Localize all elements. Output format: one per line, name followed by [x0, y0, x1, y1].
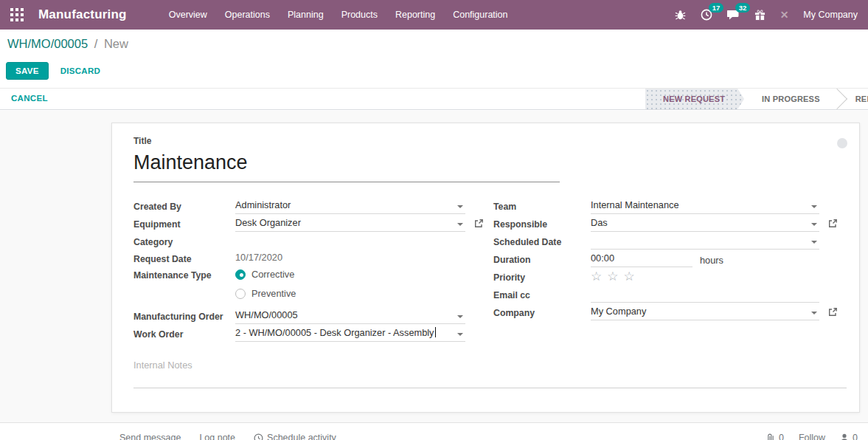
duration-field[interactable]: 00:00 — [591, 252, 692, 267]
created-by-field[interactable]: Administrator — [235, 199, 465, 214]
company-switcher[interactable]: My Company — [803, 10, 858, 20]
star-icon[interactable] — [591, 270, 602, 283]
request-date-field: 10/17/2020 — [235, 252, 465, 267]
maintenance-type-preventive-option[interactable]: Preventive — [235, 288, 296, 299]
category-field — [235, 235, 465, 250]
radio-unchecked-icon[interactable] — [235, 289, 246, 299]
form-view: Title Maintenance Created By Administrat… — [0, 111, 868, 440]
chatter: Send message Log note Schedule activity … — [0, 422, 868, 440]
schedule-activity-button[interactable]: Schedule activity — [254, 433, 336, 440]
send-message-button[interactable]: Send message — [119, 433, 181, 440]
chevron-down-icon[interactable] — [457, 223, 463, 226]
manufacturing-order-label: Manufacturing Order — [133, 312, 223, 322]
save-button[interactable]: SAVE — [6, 62, 49, 80]
company-external-link-icon[interactable] — [827, 307, 839, 318]
form-action-buttons: SAVE DISCARD — [6, 62, 109, 80]
app-title[interactable]: Manufacturing — [38, 7, 127, 22]
activity-state-dot — [837, 138, 847, 148]
equipment-label: Equipment — [133, 219, 181, 230]
step-repaired[interactable]: REPAIRED — [838, 89, 868, 109]
main-menu: Overview Operations Planning Products Re… — [162, 6, 515, 24]
activities-clock-icon[interactable]: 17 — [701, 9, 712, 21]
menu-configuration[interactable]: Configuration — [446, 6, 514, 24]
maintenance-type-corrective-option[interactable]: Corrective — [235, 269, 294, 280]
duration-unit-label: hours — [700, 255, 723, 266]
followers-button[interactable]: 0 — [840, 433, 858, 440]
chatter-meta: 0 Follow 0 — [766, 433, 858, 440]
title-label: Title — [133, 136, 151, 146]
status-steps: NEW REQUEST IN PROGRESS REPAIRED SCRAP — [645, 89, 868, 109]
email-cc-label: Email cc — [493, 290, 530, 300]
close-icon[interactable]: ✕ — [780, 9, 789, 21]
paperclip-icon — [766, 433, 775, 440]
responsible-external-link-icon[interactable] — [827, 219, 839, 230]
step-new-request[interactable]: NEW REQUEST — [645, 89, 744, 109]
internal-notes-underline — [133, 388, 847, 388]
chevron-down-icon[interactable] — [811, 241, 817, 244]
chevron-down-icon[interactable] — [811, 312, 817, 314]
priority-stars — [591, 270, 635, 283]
activities-count-badge: 17 — [709, 3, 724, 13]
manufacturing-order-field[interactable]: WH/MO/00005 — [235, 309, 465, 324]
equipment-field[interactable]: Desk Organizer — [235, 217, 465, 232]
chevron-down-icon[interactable] — [457, 315, 463, 318]
messages-chat-icon[interactable]: 32 — [727, 9, 740, 21]
scheduled-date-label: Scheduled Date — [493, 237, 561, 247]
priority-label: Priority — [493, 272, 525, 283]
log-note-button[interactable]: Log note — [199, 433, 235, 440]
company-label: Company — [493, 308, 535, 318]
work-order-label: Work Order — [133, 329, 183, 340]
radio-checked-icon[interactable] — [235, 269, 246, 280]
work-order-field[interactable]: 2 - WH/MO/00005 - Desk Organizer - Assem… — [235, 327, 465, 342]
person-icon — [840, 433, 849, 440]
cancel-button[interactable]: CANCEL — [11, 94, 48, 103]
scheduled-date-field[interactable] — [591, 235, 819, 250]
navbar-systray: 17 32 ✕ My Company — [675, 9, 858, 21]
menu-planning[interactable]: Planning — [281, 6, 330, 24]
statusbar: CANCEL NEW REQUEST IN PROGRESS REPAIRED … — [0, 88, 868, 110]
created-by-label: Created By — [133, 202, 181, 212]
title-input[interactable]: Maintenance — [133, 151, 560, 182]
category-label: Category — [133, 237, 173, 247]
chevron-down-icon[interactable] — [457, 205, 463, 208]
gift-icon[interactable] — [754, 10, 765, 21]
breadcrumb-separator: / — [94, 37, 98, 50]
team-label: Team — [493, 202, 516, 212]
chevron-down-icon[interactable] — [811, 223, 817, 226]
internal-notes-field[interactable]: Internal Notes — [133, 360, 192, 371]
attachments-button[interactable]: 0 — [766, 433, 784, 440]
breadcrumb-parent-link[interactable]: WH/MO/00005 — [7, 37, 88, 50]
step-in-progress[interactable]: IN PROGRESS — [744, 89, 838, 109]
responsible-field[interactable]: Das — [591, 217, 819, 232]
maintenance-type-label: Maintenance Type — [133, 270, 212, 281]
menu-overview[interactable]: Overview — [162, 6, 214, 24]
discard-button[interactable]: DISCARD — [52, 63, 110, 79]
messages-count-badge: 32 — [735, 3, 751, 13]
star-icon[interactable] — [607, 270, 618, 283]
breadcrumb: WH/MO/00005 / New — [7, 37, 128, 51]
duration-label: Duration — [493, 255, 531, 265]
text-cursor — [435, 327, 436, 337]
equipment-external-link-icon[interactable] — [473, 219, 485, 230]
follow-button[interactable]: Follow — [799, 433, 825, 440]
debug-bug-icon[interactable] — [675, 10, 686, 21]
chatter-actions: Send message Log note Schedule activity — [119, 433, 336, 440]
menu-reporting[interactable]: Reporting — [389, 6, 442, 24]
preventive-option-label: Preventive — [251, 288, 296, 299]
responsible-label: Responsible — [493, 219, 547, 230]
clock-icon — [254, 433, 263, 440]
chevron-down-icon[interactable] — [811, 205, 817, 208]
company-field[interactable]: My Company — [591, 306, 819, 320]
breadcrumb-current: New — [104, 37, 128, 50]
team-field[interactable]: Internal Maintenance — [591, 199, 819, 214]
menu-products[interactable]: Products — [335, 6, 384, 24]
top-navbar: Manufacturing Overview Operations Planni… — [0, 0, 868, 30]
chevron-down-icon[interactable] — [457, 333, 463, 336]
form-sheet: Title Maintenance Created By Administrat… — [111, 123, 860, 413]
menu-operations[interactable]: Operations — [218, 6, 277, 24]
email-cc-field[interactable] — [591, 288, 819, 303]
corrective-option-label: Corrective — [251, 269, 294, 280]
apps-grid-icon[interactable] — [7, 5, 27, 24]
star-icon[interactable] — [624, 270, 635, 283]
request-date-label: Request Date — [133, 254, 192, 264]
